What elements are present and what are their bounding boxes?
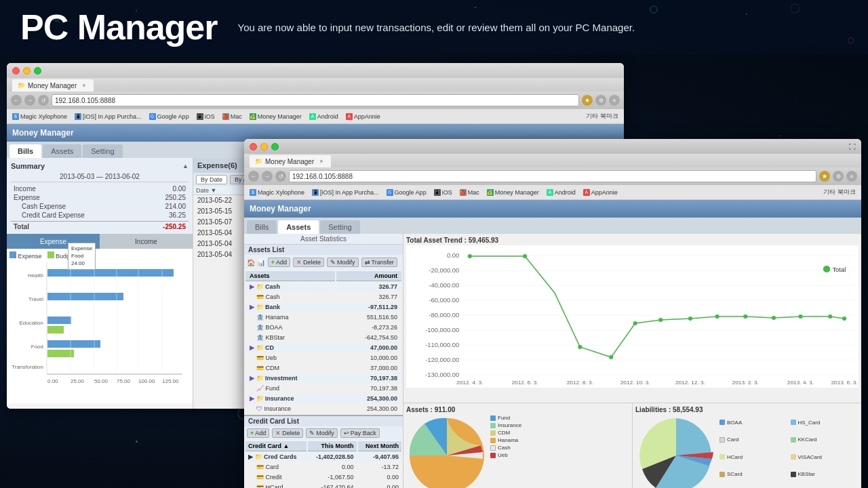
browser-tab-money-manager-front[interactable]: 📁 Money Manager × xyxy=(250,155,331,167)
maximize-icon-front[interactable]: ⛶ xyxy=(849,143,856,150)
asset-row-fund[interactable]: 📈 Fund 70,197.38 xyxy=(245,384,401,393)
add-asset-btn[interactable]: + Add xyxy=(268,258,290,267)
bookmark-appannie-front[interactable]: A AppAnnie xyxy=(580,188,620,197)
forward-btn[interactable]: → xyxy=(24,95,35,106)
url-input-back[interactable]: 192.168.0.105:8888 xyxy=(52,94,579,106)
settings-btn-front[interactable]: ⚙ xyxy=(833,171,844,182)
payback-btn[interactable]: ↩ Pay Back xyxy=(340,428,380,438)
bookmark-appannie[interactable]: A AppAnnie xyxy=(343,113,383,121)
tab-income[interactable]: Income xyxy=(100,234,193,249)
cc-row-card[interactable]: 💳 Card 0.00 -13.72 xyxy=(245,463,401,472)
asset-row-cdm[interactable]: 💳 CDM 37,000.00 xyxy=(245,364,401,373)
back-btn-front[interactable]: ← xyxy=(248,171,259,182)
transfer-btn[interactable]: ⇄ Transfer xyxy=(361,258,397,267)
svg-text:Travel: Travel xyxy=(28,296,43,302)
bookmark-google-app-front[interactable]: G Google App xyxy=(384,188,429,197)
menu-btn-front[interactable]: ≡ xyxy=(846,171,857,182)
asset-row-bank-group[interactable]: ▶ 📁 Bank -97,511.29 xyxy=(245,303,401,312)
bookmarks-bar-back: $ Magic Xylophone 📱 [iOS] In App Purcha.… xyxy=(7,109,624,124)
bookmark-ios[interactable]: 📱 iOS xyxy=(194,113,218,121)
asset-row-cash-sub[interactable]: 💳 Cash 326.77 xyxy=(245,293,401,302)
browser-tab-money-manager-back[interactable]: 📁 Money Manager × xyxy=(12,79,94,92)
bookmark-magic-xylophone-front[interactable]: $ Magic Xylophone xyxy=(247,188,307,197)
bookmark-korean[interactable]: 기타 북마크 xyxy=(583,111,621,121)
bookmark-mac[interactable]: 🍎 Mac xyxy=(220,113,245,121)
tab-label-back: Money Manager xyxy=(28,82,77,89)
svg-rect-8 xyxy=(47,293,123,300)
bookmark-korean-front[interactable]: 기타 북마크 xyxy=(821,187,859,197)
asset-row-cash-group[interactable]: ▶ 📁 Cash 326.77 xyxy=(245,283,401,291)
asset-row-kbstar[interactable]: 🏦 KBStar -642,754.50 xyxy=(245,333,401,342)
address-bar-back[interactable]: ← → ↺ 192.168.0.105:8888 ★ ⚙ ≡ xyxy=(7,92,624,109)
liabilities-pie-title: Liabilities : 58,554.93 xyxy=(635,406,859,413)
modify-asset-btn[interactable]: ✎ Modify xyxy=(327,258,359,267)
modify-cc-btn[interactable]: ✎ Modify xyxy=(306,428,338,438)
address-bar-front[interactable]: ← → ↺ 192.168.0.105:8888 ★ ⚙ ≡ xyxy=(244,167,861,185)
asset-row-insurance-sub[interactable]: 🛡 Insurance 254,300.00 xyxy=(245,405,401,413)
asset-row-investment-group[interactable]: ▶ 📁 Investment 70,197.38 xyxy=(245,374,401,383)
bookmark-icon-f8: A xyxy=(583,189,590,196)
legend-etc: Etc xyxy=(791,484,859,488)
back-btn[interactable]: ← xyxy=(11,95,22,106)
assets-col-name: Assets xyxy=(245,271,335,281)
bookmark-ios-app-front[interactable]: 📱 [iOS] In App Purcha... xyxy=(309,188,382,197)
asset-row-cd-group[interactable]: ▶ 📁 CD 47,000.00 xyxy=(245,344,401,352)
asset-row-boaa[interactable]: 🏦 BOAA -8,273.26 xyxy=(245,323,401,332)
url-input-front[interactable]: 192.168.0.105:8888 xyxy=(289,170,816,182)
expense-label: Expense xyxy=(14,194,40,201)
bookmark-magic-xylophone[interactable]: $ Magic Xylophone xyxy=(9,113,70,121)
settings-btn[interactable]: ⚙ xyxy=(595,95,606,106)
refresh-btn[interactable]: ↺ xyxy=(38,95,49,106)
forward-btn-front[interactable]: → xyxy=(262,171,273,182)
add-cc-icon: + xyxy=(250,430,254,436)
bookmark-money-manager-front[interactable]: 💰 Money Manager xyxy=(484,188,542,197)
star-btn[interactable]: ★ xyxy=(582,95,593,106)
refresh-btn-front[interactable]: ↺ xyxy=(275,171,286,182)
legend-cdm: CDM xyxy=(490,430,629,436)
min-btn-back[interactable] xyxy=(23,67,31,75)
filter-by-date[interactable]: By Date xyxy=(196,175,227,184)
star-btn-front[interactable]: ★ xyxy=(819,171,830,182)
svg-text:125.00: 125.00 xyxy=(162,378,179,384)
bookmark-mac-front[interactable]: 🍎 Mac xyxy=(457,188,482,197)
cc-row-group[interactable]: ▶ 📁 Cred Cards -1,402,028.50 -9,407.95 xyxy=(245,453,401,462)
max-btn-front[interactable] xyxy=(271,143,279,150)
max-btn-back[interactable] xyxy=(34,67,41,75)
asset-row-ueb[interactable]: 💳 Ueb 10,000.00 xyxy=(245,354,401,363)
assets-toolbar: 🏠 📊 + Add ✕ Delete ✎ Modify ⇄ Transfer xyxy=(244,255,403,270)
credit-label: Credit Card Expense xyxy=(22,211,85,219)
svg-point-55 xyxy=(633,321,637,325)
cc-row-credit[interactable]: 💳 Credit -1,067.50 0.00 xyxy=(245,473,401,482)
bookmark-ios-front[interactable]: 📱 iOS xyxy=(431,188,455,197)
mm-tab-setting-front[interactable]: Setting xyxy=(320,220,359,234)
bookmark-icon-f4: 📱 xyxy=(434,189,441,196)
mm-tab-bills-front[interactable]: Bills xyxy=(247,220,277,234)
close-btn-back[interactable] xyxy=(12,67,20,75)
mm-tab-setting-back[interactable]: Setting xyxy=(83,144,122,158)
assets-content: Asset Statistics Assets List 🏠 📊 + Add ✕… xyxy=(244,234,861,488)
add-cc-btn[interactable]: + Add xyxy=(247,428,269,438)
bookmark-ios-app[interactable]: 📱 [iOS] In App Purcha... xyxy=(72,113,144,121)
asset-row-insurance-group[interactable]: ▶ 📁 Insurance 254,300.00 xyxy=(245,394,401,403)
bookmark-google-app[interactable]: G Google App xyxy=(146,113,192,121)
mm-tab-assets-front[interactable]: Assets xyxy=(278,220,319,234)
cc-row-hcard[interactable]: 💳 HCard -167,470.64 0.00 xyxy=(245,483,401,488)
svg-point-56 xyxy=(658,318,663,322)
min-btn-front[interactable] xyxy=(260,143,268,150)
summary-expand-icon[interactable]: ▲ xyxy=(182,163,189,169)
asset-row-hanama[interactable]: 🏦 Hanama 551,516.50 xyxy=(245,313,401,322)
mm-tab-assets-back[interactable]: Assets xyxy=(43,144,81,158)
trend-chart-area: Total Asset Trend : 59,465.93 0.00 -20,0… xyxy=(403,234,861,403)
assets-pie-container: Fund Insurance CDM xyxy=(406,415,629,488)
summary-credit-row: Credit Card Expense 36.25 xyxy=(11,211,189,220)
svg-point-62 xyxy=(828,314,832,319)
mm-tab-bills-back[interactable]: Bills xyxy=(9,144,41,158)
bookmark-android[interactable]: A Android xyxy=(307,113,341,121)
menu-btn[interactable]: ≡ xyxy=(609,95,620,106)
bookmark-android-front[interactable]: A Android xyxy=(544,188,578,197)
credit-value: 36.25 xyxy=(169,211,186,219)
close-btn-front[interactable] xyxy=(250,143,257,150)
delete-asset-btn[interactable]: ✕ Delete xyxy=(293,258,324,267)
bookmark-money-manager[interactable]: 💰 Money Manager xyxy=(247,113,304,121)
delete-cc-btn[interactable]: ✕ Delete xyxy=(272,428,303,438)
